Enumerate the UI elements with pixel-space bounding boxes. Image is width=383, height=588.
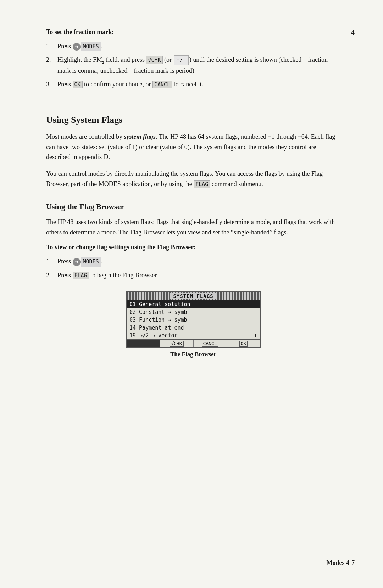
- fb-step-1: 1. Press ➜MODES.: [46, 257, 340, 267]
- fraction-mark-section: To set the fraction mark: 1. Press ➜MODE…: [46, 28, 340, 89]
- step-1-num: 1.: [46, 42, 55, 51]
- fb-sk-ok: OK: [227, 340, 260, 347]
- step-1-content: Press ➜MODES.: [57, 42, 340, 51]
- fraction-mark-label: To set the fraction mark:: [46, 28, 340, 36]
- step-2-content: Highlight the FM₂ field, and press √CHK …: [57, 55, 340, 76]
- fb-step-1-content: Press ➜MODES.: [57, 257, 340, 267]
- fb-row-19: 19 →√2 → vector ↓: [127, 332, 260, 339]
- system-flags-heading: Using System Flags: [46, 115, 340, 125]
- fb-sk-chk-box: √CHK: [170, 341, 183, 347]
- screen-caption: The Flag Browser: [46, 351, 340, 358]
- fb-down-arrow: ↓: [254, 332, 257, 339]
- modes-key-2: MODES: [81, 257, 101, 267]
- fb-row-01: 01 General solution: [127, 300, 260, 308]
- fb-row-19-text: 19 →√2 → vector: [129, 332, 177, 339]
- system-flags-section: Using System Flags Most modes are contro…: [46, 115, 340, 189]
- fb-sk-1: [127, 340, 160, 347]
- flag-key: FLAG: [73, 272, 89, 279]
- footer: Modes 4-7: [0, 559, 383, 567]
- right-shift-icon: ➜: [73, 43, 81, 51]
- system-flags-para1: Most modes are controlled by system flag…: [46, 132, 340, 162]
- footer-text: Modes 4-7: [327, 559, 355, 567]
- step-2-num: 2.: [46, 55, 55, 76]
- fb-step-2-num: 2.: [46, 271, 55, 281]
- system-flags-term: system flags: [124, 133, 156, 140]
- fb-title-bar: SYSTEM FLAGS: [127, 292, 260, 300]
- press-label: Press: [57, 43, 73, 50]
- fb-sk-ok-box: OK: [239, 341, 248, 347]
- step-3: 3. Press OK to confirm your choice, or C…: [46, 80, 340, 89]
- flag-command: FLAG: [194, 180, 210, 188]
- fb-step-1-num: 1.: [46, 257, 55, 267]
- flag-browser-section: Using the Flag Browser The HP 48 uses tw…: [46, 202, 340, 358]
- fb-title-text: SYSTEM FLAGS: [170, 293, 216, 299]
- fb-row-03: 03 Function → symb: [127, 316, 260, 324]
- fb-step-2-content: Press FLAG to begin the Flag Browser.: [57, 271, 340, 281]
- system-flags-para2: You can control modes by directly manipu…: [46, 169, 340, 189]
- step-3-num: 3.: [46, 80, 55, 89]
- plus-minus-key: +/−: [174, 55, 189, 65]
- fb-sk-chk: √CHK: [160, 340, 193, 347]
- fb-row-02: 02 Constant → symb: [127, 308, 260, 316]
- chk-key: √CHK: [146, 56, 162, 64]
- step-2: 2. Highlight the FM₂ field, and press √C…: [46, 55, 340, 76]
- modes-key: MODES: [81, 42, 101, 51]
- step-1: 1. Press ➜MODES.: [46, 42, 340, 51]
- flag-browser-para1: The HP 48 uses two kinds of system flags…: [46, 217, 340, 238]
- fb-sk-cancl: CANCL: [194, 340, 227, 347]
- flag-browser-heading: Using the Flag Browser: [46, 202, 340, 211]
- fb-sk-cancl-box: CANCL: [202, 341, 218, 347]
- fb-softkeys: √CHK CANCL OK: [127, 339, 260, 347]
- fraction-mark-steps: 1. Press ➜MODES. 2. Highlight the FM₂ fi…: [46, 42, 340, 89]
- page-number: 4: [351, 28, 355, 37]
- fb-row-14: 14 Payment at end: [127, 324, 260, 332]
- flag-browser-steps-label: To view or change flag settings using th…: [46, 244, 340, 251]
- ok-key: OK: [73, 81, 83, 88]
- flag-browser-steps: 1. Press ➜MODES. 2. Press FLAG to begin …: [46, 257, 340, 280]
- period-1: .: [101, 43, 103, 50]
- right-shift-icon-2: ➜: [73, 258, 81, 266]
- cancl-key: CANCL: [152, 81, 172, 88]
- page: 4 To set the fraction mark: 1. Press ➜MO…: [0, 0, 383, 588]
- section-divider: [46, 104, 340, 104]
- step-3-content: Press OK to confirm your choice, or CANC…: [57, 80, 340, 89]
- flag-browser-screen: SYSTEM FLAGS 01 General solution 02 Cons…: [126, 291, 261, 348]
- fb-step-2: 2. Press FLAG to begin the Flag Browser.: [46, 271, 340, 281]
